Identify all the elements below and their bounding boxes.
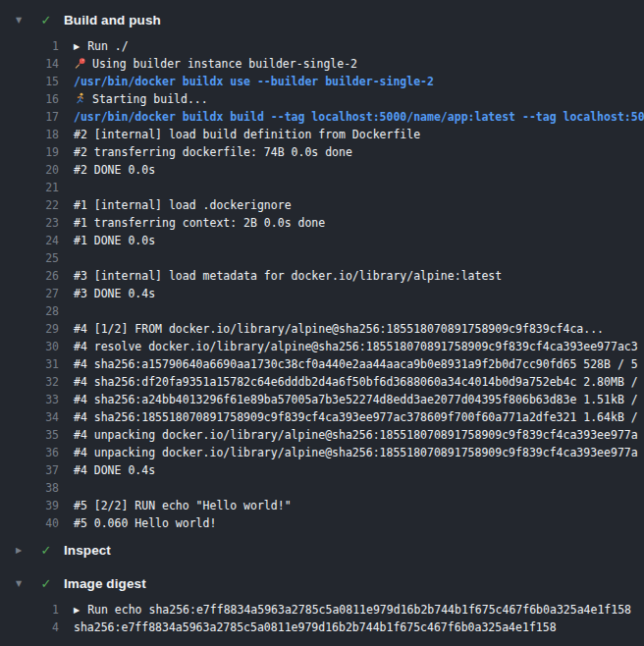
line-number[interactable]: 4 <box>0 619 61 636</box>
log-line: 18#2 [internal] load build definition fr… <box>0 126 644 143</box>
line-number[interactable]: 31 <box>0 355 61 373</box>
line-text-content: /usr/bin/docker buildx use --builder bui… <box>74 75 434 88</box>
log-line: 29#4 [1/2] FROM docker.io/library/alpine… <box>0 320 644 338</box>
line-text: sha256:e7ff8834a5963a2785c5a0811e979d16b… <box>61 619 644 636</box>
line-text[interactable]: ▶Run echo sha256:e7ff8834a5963a2785c5a08… <box>61 601 644 619</box>
play-icon: ▶ <box>74 602 80 619</box>
line-text: /usr/bin/docker buildx use --builder bui… <box>61 73 644 90</box>
log-line: 16Starting build... <box>0 90 644 108</box>
line-number[interactable]: 22 <box>0 196 61 214</box>
line-text-content: #4 sha256:df20fa9351a15782c64e6dddb2d4a6… <box>74 375 638 389</box>
check-icon: ✓ <box>38 543 54 558</box>
line-text-content: #2 [internal] load build definition from… <box>74 128 420 141</box>
log-line: 38 <box>0 479 644 497</box>
line-text-content: #4 unpacking docker.io/library/alpine@sh… <box>74 446 638 459</box>
line-number[interactable]: 26 <box>0 267 61 285</box>
line-text: #2 [internal] load build definition from… <box>61 126 644 143</box>
log-line: 30#4 resolve docker.io/library/alpine@sh… <box>0 338 644 355</box>
log-line: 22#1 [internal] load .dockerignore <box>0 196 644 214</box>
line-text-content: #2 transferring dockerfile: 74B 0.0s don… <box>74 145 352 159</box>
line-text-content: #4 resolve docker.io/library/alpine@sha2… <box>74 340 638 353</box>
line-number[interactable]: 40 <box>0 514 61 532</box>
line-text-content: #3 DONE 0.4s <box>74 287 155 300</box>
line-number[interactable]: 18 <box>0 126 61 143</box>
line-text: Using builder instance builder-single-2 <box>61 55 644 73</box>
play-icon: ▶ <box>74 38 80 55</box>
line-text: #1 transferring context: 2B 0.0s done <box>61 214 644 232</box>
section-header-inspect[interactable]: ▶✓Inspect <box>0 538 644 562</box>
log-section-build-and-push: ▼✓Build and push1▶Run ./14Using builder … <box>0 8 644 532</box>
section-header-image-digest[interactable]: ▼✓Image digest <box>0 571 644 595</box>
line-number[interactable]: 36 <box>0 444 61 461</box>
line-text-content: #4 sha256:a24bb4013296f61e89ba57005a7b3e… <box>74 393 638 406</box>
line-number[interactable]: 25 <box>0 249 61 267</box>
line-number[interactable]: 24 <box>0 232 61 249</box>
check-icon: ✓ <box>38 576 54 591</box>
section-title: Image digest <box>64 576 146 591</box>
log-line: 36#4 unpacking docker.io/library/alpine@… <box>0 444 644 461</box>
line-number[interactable]: 21 <box>0 179 61 196</box>
log-line: 1▶Run echo sha256:e7ff8834a5963a2785c5a0… <box>0 601 644 619</box>
line-text: #4 DONE 0.4s <box>61 461 644 479</box>
line-number[interactable]: 17 <box>0 108 61 126</box>
line-text: #3 [internal] load metadata for docker.i… <box>61 267 644 285</box>
line-number[interactable]: 35 <box>0 426 61 444</box>
log-line: 32#4 sha256:df20fa9351a15782c64e6dddb2d4… <box>0 373 644 391</box>
line-number[interactable]: 19 <box>0 143 61 161</box>
line-number[interactable]: 23 <box>0 214 61 232</box>
line-text: #4 resolve docker.io/library/alpine@sha2… <box>61 338 644 355</box>
line-number[interactable]: 30 <box>0 338 61 355</box>
line-number[interactable]: 1 <box>0 601 61 619</box>
line-number[interactable]: 14 <box>0 55 61 73</box>
log-line: 33#4 sha256:a24bb4013296f61e89ba57005a7b… <box>0 391 644 408</box>
log-line: 40#5 0.060 Hello world! <box>0 514 644 532</box>
line-number[interactable]: 32 <box>0 373 61 391</box>
line-number[interactable]: 28 <box>0 302 61 320</box>
section-title: Inspect <box>64 543 111 558</box>
line-text: #4 sha256:a15790640a6690aa1730c38cf0a440… <box>61 355 644 373</box>
log-line: 21 <box>0 179 644 196</box>
line-text: #1 [internal] load .dockerignore <box>61 196 644 214</box>
log-line: 19#2 transferring dockerfile: 74B 0.0s d… <box>0 143 644 161</box>
section-lines: 1▶Run echo sha256:e7ff8834a5963a2785c5a0… <box>0 601 644 636</box>
line-number[interactable]: 27 <box>0 285 61 302</box>
line-number[interactable]: 38 <box>0 479 61 497</box>
log-line: 31#4 sha256:a15790640a6690aa1730c38cf0a4… <box>0 355 644 373</box>
line-text <box>61 249 644 267</box>
line-text-content: Using builder instance builder-single-2 <box>92 57 357 71</box>
line-text: /usr/bin/docker buildx build --tag local… <box>61 108 644 126</box>
pushpin-icon <box>74 57 86 70</box>
line-number[interactable]: 33 <box>0 391 61 408</box>
log-line: 28 <box>0 302 644 320</box>
line-text-content: #5 0.060 Hello world! <box>74 516 216 530</box>
log-line: 15/usr/bin/docker buildx use --builder b… <box>0 73 644 90</box>
check-icon: ✓ <box>38 13 54 27</box>
line-text[interactable]: ▶Run ./ <box>61 37 644 55</box>
line-number[interactable]: 20 <box>0 161 61 179</box>
line-number[interactable]: 16 <box>0 90 61 108</box>
line-text-content: #2 DONE 0.0s <box>74 163 155 177</box>
caret-down-icon: ▼ <box>16 16 29 25</box>
section-header-build-and-push[interactable]: ▼✓Build and push <box>0 8 644 31</box>
log-section-image-digest: ▼✓Image digest1▶Run echo sha256:e7ff8834… <box>0 571 644 636</box>
section-lines: 1▶Run ./14Using builder instance builder… <box>0 37 644 532</box>
line-text-content: Run echo sha256:e7ff8834a5963a2785c5a081… <box>87 603 631 617</box>
workflow-log: ▼✓Build and push1▶Run ./14Using builder … <box>0 0 644 636</box>
line-text-content: #4 unpacking docker.io/library/alpine@sh… <box>74 428 638 442</box>
log-line: 20#2 DONE 0.0s <box>0 161 644 179</box>
line-text: #4 unpacking docker.io/library/alpine@sh… <box>61 444 644 461</box>
log-line: 17/usr/bin/docker buildx build --tag loc… <box>0 108 644 126</box>
runner-icon <box>74 92 86 105</box>
line-number[interactable]: 39 <box>0 497 61 514</box>
line-text-content: sha256:e7ff8834a5963a2785c5a0811e979d16b… <box>74 620 557 634</box>
log-line: 35#4 unpacking docker.io/library/alpine@… <box>0 426 644 444</box>
line-number[interactable]: 1 <box>0 37 61 55</box>
line-text: Starting build... <box>61 90 644 108</box>
line-number[interactable]: 15 <box>0 73 61 90</box>
line-text-content: #1 DONE 0.0s <box>74 234 155 247</box>
line-text-content: /usr/bin/docker buildx build --tag local… <box>74 110 644 124</box>
line-number[interactable]: 29 <box>0 320 61 338</box>
line-text-content: #4 DONE 0.4s <box>74 463 155 477</box>
line-number[interactable]: 37 <box>0 461 61 479</box>
line-number[interactable]: 34 <box>0 408 61 426</box>
